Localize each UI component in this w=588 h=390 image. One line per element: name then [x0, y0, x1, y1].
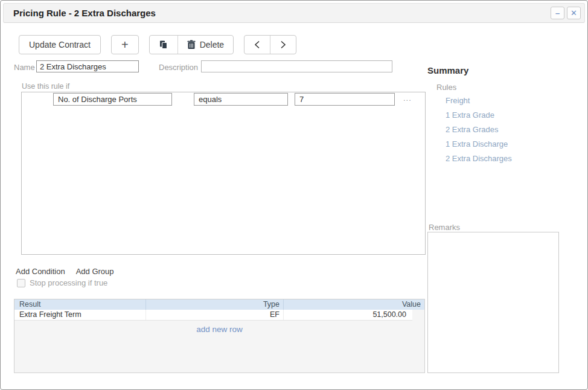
result-cell[interactable]: Extra Freight Term [14, 310, 146, 320]
column-header-value: Value [284, 299, 424, 310]
window-controls: – ✕ [551, 7, 581, 19]
copy-icon [159, 40, 168, 50]
remarks-label: Remarks [429, 223, 460, 232]
previous-rule-button[interactable] [244, 36, 270, 54]
add-group-link[interactable]: Add Group [76, 267, 114, 276]
dialog-titlebar: Pricing Rule - 2 Extra Discharges – ✕ [3, 3, 585, 23]
stop-processing-label: Stop processing if true [30, 278, 107, 287]
rules-label: Rules [436, 83, 456, 92]
condition-value-input[interactable]: 7 [295, 93, 395, 106]
results-table-header: Result Type Value [14, 299, 424, 310]
condition-actions: Add Condition Add Group [16, 267, 114, 276]
name-input[interactable] [36, 60, 139, 72]
copy-button[interactable] [150, 36, 177, 54]
type-cell[interactable]: EF [146, 310, 284, 320]
minimize-button[interactable]: – [551, 7, 564, 19]
column-header-type: Type [146, 299, 284, 310]
description-input[interactable] [201, 60, 392, 72]
stop-processing-checkbox[interactable] [17, 279, 25, 287]
pricing-rule-dialog: Pricing Rule - 2 Extra Discharges – ✕ Up… [0, 0, 588, 390]
chevron-right-icon [280, 40, 287, 49]
table-row[interactable]: Extra Freight Term EF 51,500.00 [14, 310, 412, 321]
condition-field-select[interactable]: No. of Discharge Ports [53, 93, 172, 106]
minimize-icon: – [555, 9, 560, 17]
rule-link-1-extra-discharge[interactable]: 1 Extra Discharge [446, 140, 512, 148]
condition-more-button[interactable]: ... [403, 94, 412, 103]
value-cell[interactable]: 51,500.00 [284, 310, 410, 320]
next-rule-button[interactable] [270, 36, 296, 54]
add-rule-button[interactable]: + [111, 35, 139, 54]
summary-title: Summary [427, 65, 468, 75]
add-new-row-link[interactable]: add new row [14, 325, 424, 334]
column-header-result: Result [14, 299, 146, 310]
delete-button[interactable]: Delete [177, 36, 233, 54]
close-button[interactable]: ✕ [567, 7, 581, 19]
delete-button-label: Delete [200, 40, 224, 50]
add-condition-link[interactable]: Add Condition [16, 267, 65, 276]
update-contract-button[interactable]: Update Contract [19, 35, 101, 54]
name-description-row: Name Description [1, 60, 587, 74]
name-label: Name [14, 63, 35, 72]
use-this-rule-if-label: Use this rule if [22, 82, 69, 91]
condition-builder-box: No. of Discharge Ports equals 7 ... [21, 92, 426, 255]
rule-link-2-extra-grades[interactable]: 2 Extra Grades [446, 126, 512, 133]
rule-link-freight[interactable]: Freight [446, 97, 512, 104]
chevron-left-icon [254, 40, 261, 49]
remarks-textarea[interactable] [427, 232, 559, 373]
trash-icon [187, 40, 196, 50]
rule-link-2-extra-discharges[interactable]: 2 Extra Discharges [446, 155, 512, 162]
rule-link-1-extra-grade[interactable]: 1 Extra Grade [446, 111, 512, 119]
close-icon: ✕ [570, 9, 577, 17]
dialog-title: Pricing Rule - 2 Extra Discharges [4, 8, 156, 18]
rules-list: Freight 1 Extra Grade 2 Extra Grades 1 E… [446, 97, 512, 162]
plus-icon: + [121, 38, 129, 52]
description-label: Description [159, 63, 198, 72]
copy-delete-group: Delete [149, 35, 234, 54]
toolbar: Update Contract + [19, 35, 296, 54]
results-table: Result Type Value Extra Freight Term EF … [14, 299, 425, 373]
navigation-group [244, 35, 296, 54]
condition-operator-select[interactable]: equals [194, 93, 288, 106]
stop-processing-row: Stop processing if true [17, 278, 107, 287]
